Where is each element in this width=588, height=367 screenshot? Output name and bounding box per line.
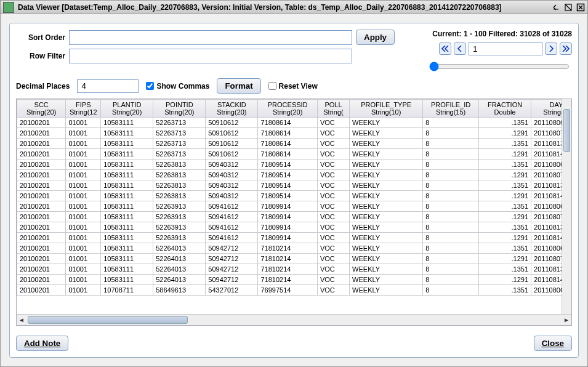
column-header[interactable]: PLANTIDString(20) bbox=[101, 100, 153, 118]
column-header[interactable]: STACKIDString(20) bbox=[206, 100, 258, 118]
table-cell: 8 bbox=[423, 159, 479, 170]
hscroll-thumb[interactable] bbox=[28, 316, 188, 324]
table-row[interactable]: 2010020101001105831115226371350910612718… bbox=[17, 128, 572, 139]
table-row[interactable]: 2010020101001105831115226371350910612718… bbox=[17, 139, 572, 149]
table-cell: 20100201 bbox=[17, 128, 66, 139]
first-page-button[interactable] bbox=[439, 42, 451, 55]
table-cell: 01001 bbox=[66, 139, 101, 149]
table-row[interactable]: 2010020101001105831115226401350942712718… bbox=[17, 254, 572, 264]
table-cell: VOC bbox=[317, 264, 349, 275]
table-row[interactable]: 2010020101001105831115226381350940312718… bbox=[17, 170, 572, 180]
table-cell: 10583111 bbox=[101, 254, 153, 264]
table-row[interactable]: 2010020101001107087115864961354327012769… bbox=[17, 285, 572, 296]
table-cell: 10583111 bbox=[101, 191, 153, 201]
show-commas-checkbox[interactable]: Show Commas bbox=[146, 82, 209, 91]
table-cell: 8 bbox=[423, 285, 479, 296]
row-filter-input[interactable] bbox=[69, 49, 352, 63]
close-button[interactable]: Close bbox=[534, 336, 572, 351]
table-cell: 71810214 bbox=[258, 254, 317, 264]
table-cell: 50910612 bbox=[206, 139, 258, 149]
table-row[interactable]: 2010020101001105831115226381350940312718… bbox=[17, 180, 572, 191]
table-cell: VOC bbox=[317, 243, 349, 254]
table-cell: 10583111 bbox=[101, 118, 153, 128]
table-cell: 8 bbox=[423, 275, 479, 285]
hscroll-right-arrow[interactable]: ► bbox=[562, 315, 571, 324]
table-cell: .1351 bbox=[478, 243, 531, 254]
reset-view-checkbox[interactable]: Reset View bbox=[268, 82, 318, 91]
table-row[interactable]: 2010020101001105831115226401350942712718… bbox=[17, 243, 572, 254]
table-cell: VOC bbox=[317, 159, 349, 170]
table-cell: 20100201 bbox=[17, 264, 66, 275]
column-header[interactable]: POINTIDString(20) bbox=[153, 100, 206, 118]
column-header[interactable]: FIPSString(12 bbox=[66, 100, 101, 118]
table-cell: WEEKLY bbox=[350, 170, 423, 180]
sort-order-input[interactable] bbox=[69, 30, 352, 45]
table-row[interactable]: 2010020101001105831115226391350941612718… bbox=[17, 233, 572, 243]
table-cell: 8 bbox=[423, 128, 479, 139]
table-row[interactable]: 2010020101001105831115226401350942712718… bbox=[17, 264, 572, 275]
decimal-places-input[interactable] bbox=[77, 79, 139, 93]
table-cell: 01001 bbox=[66, 191, 101, 201]
table-cell: .1291 bbox=[478, 170, 531, 180]
table-row[interactable]: 2010020101001105831115226381350940312718… bbox=[17, 191, 572, 201]
table-cell: .1291 bbox=[478, 212, 531, 222]
column-header[interactable]: PROCESSIDString(20) bbox=[258, 100, 317, 118]
table-cell: 20100201 bbox=[17, 243, 66, 254]
maximize-icon[interactable] bbox=[564, 3, 573, 12]
last-page-button[interactable] bbox=[560, 42, 572, 55]
table-cell: VOC bbox=[317, 201, 349, 212]
vertical-scrollbar[interactable] bbox=[562, 99, 571, 314]
table-row[interactable]: 2010020101001105831115226391350941612718… bbox=[17, 222, 572, 233]
decimal-places-label: Decimal Places bbox=[16, 82, 70, 91]
table-cell: 52264013 bbox=[153, 264, 206, 275]
table-cell: 71810214 bbox=[258, 275, 317, 285]
table-row[interactable]: 2010020101001105831115226371350910612718… bbox=[17, 149, 572, 159]
column-header[interactable]: SCCString(20) bbox=[17, 100, 66, 118]
table-cell: 10583111 bbox=[101, 128, 153, 139]
table-cell: WEEKLY bbox=[350, 118, 423, 128]
table-row[interactable]: 2010020101001105831115226391350941612718… bbox=[17, 201, 572, 212]
show-commas-input[interactable] bbox=[146, 82, 154, 90]
page-input[interactable] bbox=[469, 42, 542, 55]
table-cell: 01001 bbox=[66, 201, 101, 212]
table-cell: .1291 bbox=[478, 128, 531, 139]
apply-button[interactable]: Apply bbox=[356, 30, 395, 45]
table-cell: .1291 bbox=[478, 233, 531, 243]
vscroll-thumb[interactable] bbox=[563, 109, 570, 152]
add-note-button[interactable]: Add Note bbox=[16, 336, 68, 351]
table-cell: 52263813 bbox=[153, 159, 206, 170]
prev-page-button[interactable] bbox=[454, 42, 466, 55]
page-slider[interactable] bbox=[429, 62, 570, 71]
table-cell: 01001 bbox=[66, 128, 101, 139]
table-row[interactable]: 2010020101001105831115226391350941612718… bbox=[17, 212, 572, 222]
table-cell: .1351 bbox=[478, 222, 531, 233]
table-cell: 71808614 bbox=[258, 128, 317, 139]
close-icon[interactable] bbox=[576, 3, 585, 12]
table-row[interactable]: 2010020101001105831115226371350910612718… bbox=[17, 118, 572, 128]
table-cell: VOC bbox=[317, 118, 349, 128]
format-button[interactable]: Format bbox=[217, 78, 260, 94]
reset-view-input[interactable] bbox=[268, 82, 276, 90]
table-cell: 50941612 bbox=[206, 233, 258, 243]
show-commas-label: Show Commas bbox=[156, 82, 209, 91]
table-cell: 20100201 bbox=[17, 222, 66, 233]
column-header[interactable]: FRACTIONDouble bbox=[478, 100, 531, 118]
table-cell: 71810214 bbox=[258, 264, 317, 275]
column-header[interactable]: POLLString( bbox=[317, 100, 349, 118]
next-page-button[interactable] bbox=[545, 42, 557, 55]
titlebar: Data Viewer [Dataset:Temp_Alloc_Daily_22… bbox=[1, 1, 587, 14]
column-header[interactable]: PROFILE_IDString(15) bbox=[423, 100, 479, 118]
horizontal-scrollbar[interactable]: ◄ ► bbox=[17, 314, 571, 325]
table-row[interactable]: 2010020101001105831115226381350940312718… bbox=[17, 159, 572, 170]
minimize-icon[interactable] bbox=[552, 3, 560, 12]
table-cell: .1291 bbox=[478, 254, 531, 264]
table-cell: 20100201 bbox=[17, 254, 66, 264]
column-header[interactable]: PROFILE_TYPEString(10) bbox=[350, 100, 423, 118]
hscroll-left-arrow[interactable]: ◄ bbox=[17, 315, 26, 324]
table-cell: 01001 bbox=[66, 180, 101, 191]
table-cell: 01001 bbox=[66, 233, 101, 243]
table-row[interactable]: 2010020101001105831115226401350942712718… bbox=[17, 275, 572, 285]
table-cell: VOC bbox=[317, 170, 349, 180]
table-cell: WEEKLY bbox=[350, 191, 423, 201]
table-cell: 71810214 bbox=[258, 243, 317, 254]
